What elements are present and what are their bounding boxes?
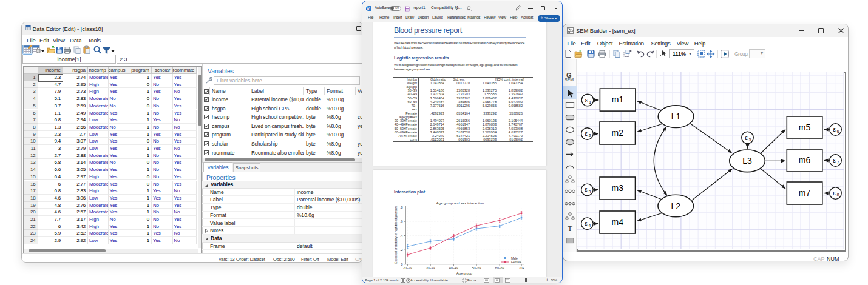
svg-text:ε: ε bbox=[585, 130, 588, 137]
svg-text:40–49: 40–49 bbox=[449, 266, 458, 270]
svg-text:m5: m5 bbox=[799, 122, 811, 132]
svg-text:L1: L1 bbox=[671, 112, 681, 121]
svg-text:L2: L2 bbox=[671, 201, 680, 211]
svg-text:ε: ε bbox=[833, 156, 836, 164]
svg-text:ε: ε bbox=[745, 134, 748, 141]
svg-text:L3: L3 bbox=[742, 156, 752, 166]
svg-text:6: 6 bbox=[837, 129, 839, 133]
svg-text:2: 2 bbox=[589, 133, 591, 138]
svg-text:7: 7 bbox=[837, 160, 839, 164]
svg-text:8: 8 bbox=[837, 193, 839, 197]
svg-text:m6: m6 bbox=[799, 155, 811, 165]
svg-text:Male: Male bbox=[511, 256, 518, 260]
svg-text:m4: m4 bbox=[611, 217, 623, 227]
svg-text:50–59: 50–59 bbox=[472, 266, 481, 270]
svg-text:ε: ε bbox=[585, 96, 588, 104]
svg-text:m2: m2 bbox=[611, 128, 623, 138]
svg-text:m7: m7 bbox=[799, 188, 811, 198]
svg-text:W: W bbox=[367, 7, 370, 10]
svg-text:.2: .2 bbox=[400, 248, 403, 252]
svg-text:.6: .6 bbox=[400, 220, 403, 223]
svg-text:Expected probability of high b: Expected probability of high blood press… bbox=[394, 205, 398, 263]
svg-text:Female: Female bbox=[511, 260, 521, 264]
svg-text:T: T bbox=[568, 224, 572, 233]
svg-text:0: 0 bbox=[401, 262, 403, 266]
svg-text:70+: 70+ bbox=[518, 266, 524, 270]
svg-text:30–39: 30–39 bbox=[426, 266, 435, 270]
svg-text:.8: .8 bbox=[400, 205, 403, 209]
svg-text:60–69: 60–69 bbox=[495, 266, 504, 270]
svg-text:m3: m3 bbox=[611, 183, 623, 193]
svg-text:ε: ε bbox=[585, 220, 588, 227]
svg-text:m1: m1 bbox=[612, 95, 624, 104]
svg-text:Age group and sex interaction: Age group and sex interaction bbox=[436, 201, 484, 205]
svg-text:ε: ε bbox=[833, 126, 836, 133]
svg-text:1: 1 bbox=[589, 100, 591, 104]
svg-text:4: 4 bbox=[589, 223, 591, 227]
svg-text:ε: ε bbox=[585, 186, 588, 193]
svg-text:3: 3 bbox=[589, 190, 591, 194]
svg-text:.4: .4 bbox=[400, 233, 403, 237]
svg-text:Age group: Age group bbox=[456, 271, 472, 275]
svg-text:5: 5 bbox=[749, 138, 751, 142]
svg-text:20–29: 20–29 bbox=[403, 266, 412, 270]
svg-text:ε: ε bbox=[833, 189, 836, 196]
